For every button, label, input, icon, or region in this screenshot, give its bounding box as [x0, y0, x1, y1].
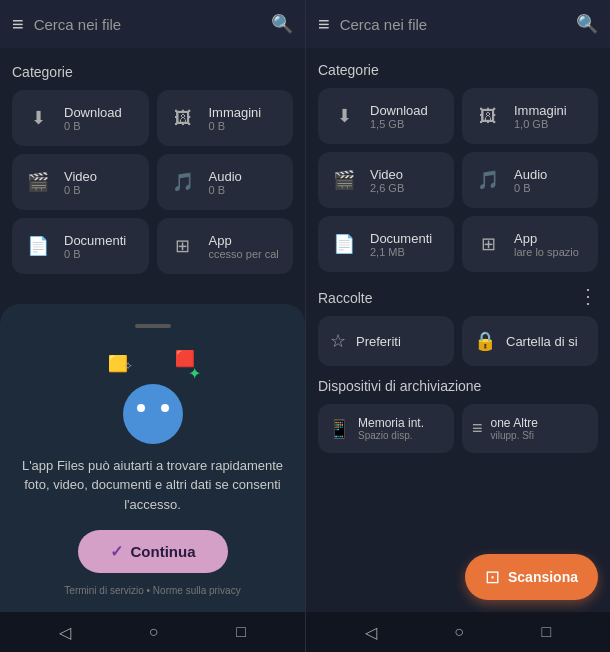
star-icon: ☆: [330, 330, 346, 352]
phone-icon: 📱: [328, 418, 350, 440]
right-cat-audio-size: 0 B: [514, 182, 547, 194]
storage-memoria[interactable]: 📱 Memoria int. Spazio disp.: [318, 404, 454, 453]
right-cat-documenti-size: 2,1 MB: [370, 246, 432, 258]
left-cat-documenti[interactable]: 📄 Documenti 0 B: [12, 218, 149, 274]
list-icon: ≡: [472, 418, 483, 439]
left-hamburger-icon[interactable]: ≡: [12, 13, 24, 36]
left-documenti-icon: 📄: [22, 230, 54, 262]
right-topbar: ≡ Cerca nei file 🔍: [306, 0, 610, 48]
right-cat-immagini-size: 1,0 GB: [514, 118, 567, 130]
collection-preferiti-name: Preferiti: [356, 334, 401, 349]
right-cat-app[interactable]: ⊞ App lare lo spazio: [462, 216, 598, 272]
right-video-icon: 🎬: [328, 164, 360, 196]
float-icon-green: ✦: [188, 364, 201, 383]
right-immagini-icon: 🖼: [472, 100, 504, 132]
left-cat-immagini[interactable]: 🖼 Immagini 0 B: [157, 90, 294, 146]
right-cat-audio-name: Audio: [514, 167, 547, 182]
right-download-icon: ⬇: [328, 100, 360, 132]
lock-icon: 🔒: [474, 330, 496, 352]
left-topbar: ≡ Cerca nei file 🔍: [0, 0, 305, 48]
left-cat-audio-size: 0 B: [209, 184, 242, 196]
left-cat-video[interactable]: 🎬 Video 0 B: [12, 154, 149, 210]
left-cat-app-name: App: [209, 233, 279, 248]
collections-more-icon[interactable]: ⋮: [578, 284, 598, 308]
left-cat-immagini-name: Immagini: [209, 105, 262, 120]
right-cat-video-name: Video: [370, 167, 404, 182]
left-video-icon: 🎬: [22, 166, 54, 198]
left-download-icon: ⬇: [22, 102, 54, 134]
left-category-grid: ⬇ Download 0 B 🖼 Immagini 0 B 🎬 Video: [12, 90, 293, 274]
storage-memoria-name: Memoria int.: [358, 416, 424, 430]
left-app-icon: ⊞: [167, 230, 199, 262]
right-documenti-icon: 📄: [328, 228, 360, 260]
mascot: 🟨 🟥 ✦ ✧: [103, 344, 203, 444]
right-cat-documenti-name: Documenti: [370, 231, 432, 246]
back-button[interactable]: ◁: [59, 623, 71, 642]
storage-title: Dispositivi di archiviazione: [318, 378, 598, 394]
left-cat-download-size: 0 B: [64, 120, 122, 132]
right-panel: ≡ Cerca nei file 🔍 Categorie ⬇ Download …: [305, 0, 610, 652]
right-category-grid: ⬇ Download 1,5 GB 🖼 Immagini 1,0 GB 🎬 Vi…: [318, 88, 598, 272]
right-search-icon[interactable]: 🔍: [576, 13, 598, 35]
recents-button[interactable]: □: [236, 623, 246, 641]
left-cat-app[interactable]: ⊞ App ccesso per cal: [157, 218, 294, 274]
scan-fab[interactable]: ⊡ Scansiona: [465, 554, 598, 600]
left-search-placeholder[interactable]: Cerca nei file: [34, 16, 261, 33]
left-cat-app-size: ccesso per cal: [209, 248, 279, 260]
mascot-eye-right: [161, 404, 169, 412]
right-cat-video[interactable]: 🎬 Video 2,6 GB: [318, 152, 454, 208]
right-search-placeholder[interactable]: Cerca nei file: [340, 16, 566, 33]
right-bottom-nav: ◁ ○ □: [306, 612, 610, 652]
right-recents-button[interactable]: □: [542, 623, 552, 641]
left-cat-documenti-name: Documenti: [64, 233, 126, 248]
right-back-button[interactable]: ◁: [365, 623, 377, 642]
right-cat-immagini-name: Immagini: [514, 103, 567, 118]
right-cat-immagini[interactable]: 🖼 Immagini 1,0 GB: [462, 88, 598, 144]
permission-overlay: 🟨 🟥 ✦ ✧ L'app Files può aiutarti a trova…: [0, 304, 305, 613]
collection-cartella[interactable]: 🔒 Cartella di si: [462, 316, 598, 366]
storage-grid: 📱 Memoria int. Spazio disp. ≡ one Altre …: [318, 404, 598, 453]
mascot-body: [123, 384, 183, 444]
right-home-button[interactable]: ○: [454, 623, 464, 641]
home-button[interactable]: ○: [149, 623, 159, 641]
left-cat-immagini-size: 0 B: [209, 120, 262, 132]
left-categories-title: Categorie: [12, 64, 293, 80]
right-cat-download[interactable]: ⬇ Download 1,5 GB: [318, 88, 454, 144]
right-hamburger-icon[interactable]: ≡: [318, 13, 330, 36]
left-cat-download[interactable]: ⬇ Download 0 B: [12, 90, 149, 146]
right-app-icon: ⊞: [472, 228, 504, 260]
continue-button[interactable]: ✓ Continua: [78, 530, 228, 573]
continue-label: Continua: [131, 543, 196, 560]
right-cat-download-name: Download: [370, 103, 428, 118]
right-audio-icon: 🎵: [472, 164, 504, 196]
right-cat-download-size: 1,5 GB: [370, 118, 428, 130]
left-bottom-nav: ◁ ○ □: [0, 612, 305, 652]
drag-handle: [135, 324, 171, 328]
collection-preferiti[interactable]: ☆ Preferiti: [318, 316, 454, 366]
scan-icon: ⊡: [485, 566, 500, 588]
scan-fab-label: Scansiona: [508, 569, 578, 585]
storage-altro[interactable]: ≡ one Altre vilupp. Sfi: [462, 404, 598, 453]
collections-grid: ☆ Preferiti 🔒 Cartella di si: [318, 316, 598, 366]
left-search-icon[interactable]: 🔍: [271, 13, 293, 35]
storage-altro-name: one Altre: [491, 416, 538, 430]
left-cat-video-name: Video: [64, 169, 97, 184]
left-cat-audio[interactable]: 🎵 Audio 0 B: [157, 154, 294, 210]
storage-memoria-sub: Spazio disp.: [358, 430, 424, 441]
collection-cartella-name: Cartella di si: [506, 334, 578, 349]
right-content: Categorie ⬇ Download 1,5 GB 🖼 Immagini 1…: [306, 48, 610, 612]
collections-title: Raccolte: [318, 290, 372, 306]
left-audio-icon: 🎵: [167, 166, 199, 198]
left-immagini-icon: 🖼: [167, 102, 199, 134]
right-cat-audio[interactable]: 🎵 Audio 0 B: [462, 152, 598, 208]
mascot-eye-left: [137, 404, 145, 412]
left-panel: ≡ Cerca nei file 🔍 Categorie ⬇ Download …: [0, 0, 305, 652]
left-cat-documenti-size: 0 B: [64, 248, 126, 260]
privacy-text: Termini di servizio • Norme sulla privac…: [64, 585, 240, 596]
right-cat-documenti[interactable]: 📄 Documenti 2,1 MB: [318, 216, 454, 272]
right-cat-app-name: App: [514, 231, 579, 246]
right-cat-app-size: lare lo spazio: [514, 246, 579, 258]
left-cat-download-name: Download: [64, 105, 122, 120]
right-categories-title: Categorie: [318, 62, 598, 78]
collections-section-row: Raccolte ⋮: [318, 284, 598, 308]
